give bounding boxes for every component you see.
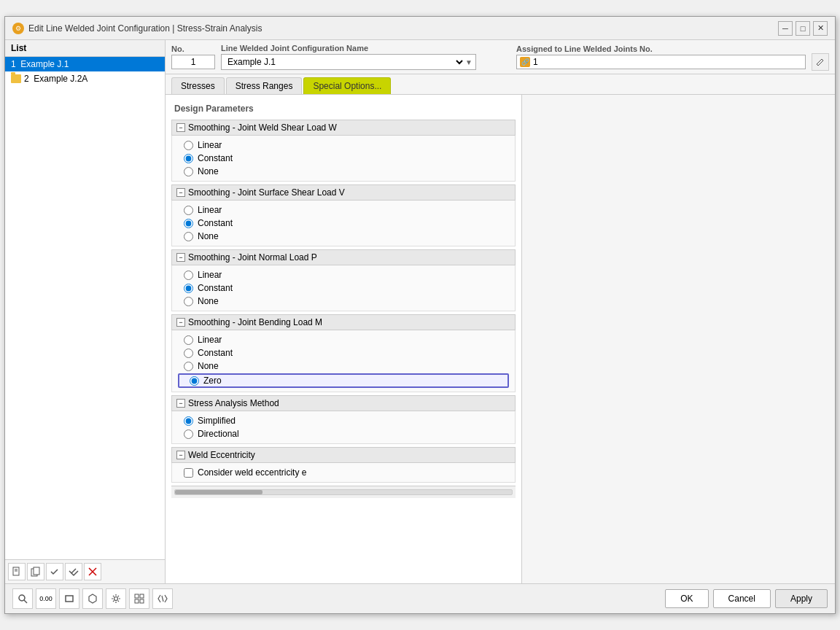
tab-stresses-label: Stresses [181, 81, 215, 91]
radio-sv-linear[interactable] [184, 206, 193, 215]
assigned-action-button[interactable] [812, 53, 829, 71]
svg-rect-15 [135, 599, 139, 603]
option-sv-linear: Linear [172, 203, 515, 217]
ok-button[interactable]: OK [665, 589, 708, 608]
sidebar-list: 1 Example J.1 2 Example J.2A [5, 57, 165, 559]
minimize-button[interactable]: ─ [778, 21, 793, 36]
section-weld-eccentricity: − Weld Eccentricity Consider weld eccent… [171, 447, 516, 483]
section-bending-header[interactable]: − Smoothing - Joint Bending Load M [171, 314, 516, 330]
normal-options: Linear Constant None [171, 265, 516, 311]
tab-stresses[interactable]: Stresses [171, 77, 225, 94]
right-content-panel [521, 95, 835, 583]
hex-tool-button[interactable] [82, 588, 103, 609]
collapse-icon-weld-shear[interactable]: − [176, 123, 185, 132]
name-section: Line Welded Joint Configuration Name Exa… [221, 44, 510, 70]
assigned-input-wrapper: 🔗 1 [516, 55, 806, 69]
section-weld-eccentricity-label: Weld Eccentricity [188, 450, 255, 460]
collapse-icon-surface-shear[interactable]: − [176, 188, 185, 197]
assigned-section: Assigned to Line Welded Joints No. 🔗 1 [516, 44, 806, 69]
value-tool-button[interactable]: 0.00 [36, 588, 56, 609]
radio-sm-constant[interactable] [184, 349, 193, 358]
label-sm-linear: Linear [198, 335, 222, 345]
new-icon [12, 567, 22, 577]
horizontal-scrollbar[interactable] [174, 489, 513, 495]
sidebar-item-2[interactable]: 2 Example J.2A [5, 71, 165, 86]
collapse-icon-bending[interactable]: − [176, 318, 185, 327]
copy-item-button[interactable] [27, 563, 44, 580]
radio-sw-none[interactable] [184, 167, 193, 176]
scroll-bar-area [171, 486, 516, 498]
radio-sv-none[interactable] [184, 232, 193, 241]
delete-button[interactable] [84, 563, 101, 580]
section-surface-shear-header[interactable]: − Smoothing - Joint Surface Shear Load V [171, 184, 516, 201]
label-sm-zero: Zero [203, 376, 222, 386]
radio-sp-linear[interactable] [184, 271, 193, 280]
svg-rect-4 [34, 567, 39, 575]
stress-analysis-options: Simplified Directional [171, 411, 516, 444]
new-item-button[interactable] [8, 563, 26, 580]
check-all-button[interactable] [65, 563, 82, 580]
copy-icon [31, 567, 41, 577]
tab-stress-ranges-label: Stress Ranges [236, 81, 293, 91]
collapse-icon-stress-analysis[interactable]: − [176, 399, 185, 408]
window-controls: ─ □ ✕ [778, 21, 828, 36]
radio-sw-constant[interactable] [184, 154, 193, 163]
rect-tool-button[interactable] [59, 588, 79, 609]
section-weld-shear-label: Smoothing - Joint Weld Shear Load W [188, 122, 337, 133]
collapse-icon-weld-eccentricity[interactable]: − [176, 451, 185, 459]
radio-sm-linear[interactable] [184, 335, 193, 345]
section-normal-header[interactable]: − Smoothing - Joint Normal Load P [171, 249, 516, 265]
check-button[interactable] [46, 563, 63, 580]
grid-icon [134, 594, 144, 604]
label-sa-simplified: Simplified [198, 416, 236, 426]
check-icon [50, 567, 60, 577]
tab-stress-ranges[interactable]: Stress Ranges [226, 77, 303, 94]
delete-icon [88, 567, 98, 577]
label-sp-constant: Constant [198, 283, 233, 293]
cancel-button[interactable]: Cancel [713, 589, 771, 608]
option-sw-constant: Constant [172, 152, 515, 165]
radio-sp-none[interactable] [184, 297, 193, 306]
weld-eccentricity-options: Consider weld eccentricity e [171, 463, 516, 483]
scroll-thumb[interactable] [175, 490, 262, 494]
radio-sm-zero[interactable] [190, 376, 199, 386]
checkbox-we-consider[interactable] [184, 468, 193, 478]
value-tool-label: 0.00 [39, 595, 52, 602]
section-weld-eccentricity-header[interactable]: − Weld Eccentricity [171, 447, 516, 463]
radio-sp-constant[interactable] [184, 284, 193, 293]
app-icon: ⚙ [12, 23, 24, 34]
title-bar-left: ⚙ Edit Line Welded Joint Configuration |… [12, 23, 262, 34]
item-2-label: 2 Example J.2A [24, 74, 88, 84]
radio-sm-none[interactable] [184, 362, 193, 371]
hex-icon [88, 594, 98, 604]
sidebar-item-1[interactable]: 1 Example J.1 [5, 57, 165, 71]
main-content: List 1 Example J.1 2 Example J.2A [5, 40, 835, 583]
section-smoothing-weld-shear-header[interactable]: − Smoothing - Joint Weld Shear Load W [171, 120, 516, 136]
script-tool-button[interactable] [152, 588, 173, 609]
sidebar-header: List [5, 40, 165, 57]
tab-special-options[interactable]: Special Options... [303, 77, 391, 94]
radio-sa-directional[interactable] [184, 429, 193, 439]
apply-button[interactable]: Apply [775, 589, 828, 608]
dropdown-arrow-icon: ▼ [465, 58, 472, 66]
radio-sv-constant[interactable] [184, 219, 193, 228]
label-sv-constant: Constant [198, 218, 233, 228]
label-sa-directional: Directional [198, 429, 239, 439]
option-we-consider: Consider weld eccentricity e [172, 466, 515, 479]
collapse-icon-normal[interactable]: − [176, 253, 185, 262]
radio-sw-linear[interactable] [184, 141, 193, 150]
tabs-bar: Stresses Stress Ranges Special Options..… [166, 74, 835, 95]
gear-tool-button[interactable] [106, 588, 126, 609]
section-smoothing-surface-shear: − Smoothing - Joint Surface Shear Load V… [171, 184, 516, 246]
sidebar-toolbar [5, 559, 165, 583]
title-bar: ⚙ Edit Line Welded Joint Configuration |… [5, 17, 835, 40]
section-stress-analysis-header[interactable]: − Stress Analysis Method [171, 395, 516, 411]
close-button[interactable]: ✕ [813, 21, 828, 36]
svg-line-7 [817, 64, 818, 66]
name-select[interactable]: Example J.1 [225, 56, 465, 68]
tab-special-options-label: Special Options... [313, 81, 381, 91]
radio-sa-simplified[interactable] [184, 416, 193, 426]
maximize-button[interactable]: □ [796, 21, 810, 36]
grid-tool-button[interactable] [129, 588, 149, 609]
search-tool-button[interactable] [12, 588, 33, 609]
